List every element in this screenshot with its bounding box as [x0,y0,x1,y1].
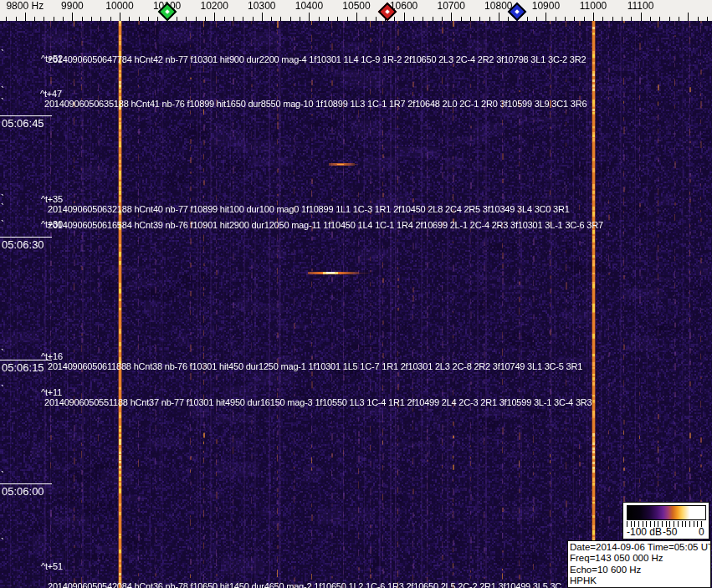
ruler-minor-tick [100,17,101,21]
ruler-minor-tick [659,17,660,21]
ruler-minor-tick [565,17,566,21]
left-edge-tick: ` [1,351,4,356]
ruler-freq-label: 11100 [627,0,654,12]
ruler-major-tick [214,13,215,21]
ruler-minor-tick [110,17,111,21]
left-edge-tick: ` [1,206,4,211]
ruler-minor-tick [527,17,528,21]
ruler-freq-label: 10300 [248,0,275,12]
ruler-major-tick [499,13,499,21]
ruler-minor-tick [91,17,92,21]
left-edge-tick: ` [1,197,4,202]
info-date-line: Date=2014-09-06 Time=05:05 UTC [570,542,710,553]
left-edge-tick: ` [1,222,4,228]
ruler-freq-label: 10400 [295,0,323,12]
db-gradient-bar [627,505,706,520]
ruler-minor-tick [129,17,130,21]
ruler-major-tick [688,13,689,21]
ruler-minor-tick [148,17,149,21]
ruler-minor-tick [470,17,471,21]
ruler-major-tick [451,13,452,21]
ruler-minor-tick [612,17,613,21]
ruler-major-tick [546,13,546,21]
ruler-freq-label: 9900 [61,0,84,12]
ruler-minor-tick [280,17,281,21]
ruler-minor-tick [290,17,291,21]
event-time-tag: ^t+47 [40,89,62,99]
ruler-minor-tick [413,17,414,21]
ruler-minor-tick [233,17,234,21]
ruler-freq-label: 10700 [438,0,465,12]
ruler-major-tick [120,13,120,21]
ruler-minor-tick [6,17,7,21]
ruler-minor-tick [489,17,490,21]
ruler-minor-tick [556,17,556,21]
ruler-minor-tick [622,17,622,21]
ruler-minor-tick [433,17,433,21]
db-label-mid: -50 [663,526,677,538]
ruler-freq-label: 10900 [532,0,560,12]
ruler-freq-label: 10500 [342,0,370,12]
ruler-minor-tick [63,17,64,21]
ruler-minor-tick [479,17,480,21]
ruler-minor-tick [328,17,329,21]
ruler-minor-tick [347,17,348,21]
ruler-minor-tick [442,17,443,21]
ruler-minor-tick [243,17,243,21]
left-edge-tick: ` [1,540,4,545]
left-edge-tick: ` [1,473,4,478]
time-label: 05:06:30 [2,238,44,251]
ruler-major-tick [309,13,310,21]
ruler-major-tick [404,13,405,21]
time-label: 05:06:00 [2,485,44,498]
ruler-minor-tick [186,17,187,21]
ruler-minor-tick [698,17,699,21]
ruler-minor-tick [224,17,225,21]
left-edge-tick: ` [1,89,4,94]
spectrogram-app: 9800 Hz990010000101001020010300104001050… [0,0,712,588]
time-gridline [0,115,52,116]
event-time-tag: ^t+51 [41,561,63,571]
ruler-minor-tick [205,17,206,21]
ruler-freq-label: 11000 [580,0,607,12]
event-detail-text: 20140906050632188 hCnt40 nb-77 f10899 hi… [48,204,570,214]
event-detail-text: 20140906050551188 hCnt37 nb-77 f10301 hi… [44,397,592,407]
ruler-minor-tick [461,17,462,21]
ruler-minor-tick [177,17,177,21]
ruler-minor-tick [574,17,575,21]
left-edge-tick: ` [1,100,4,105]
ruler-minor-tick [82,17,83,21]
ruler-minor-tick [536,17,537,21]
ruler-major-tick [641,13,642,21]
ruler-minor-tick [423,17,423,21]
ruler-minor-tick [54,17,54,21]
event-detail-text: 20140906050611888 hCnt38 nb-76 f10301 hi… [48,361,582,371]
ruler-freq-label: 9800 Hz [6,0,44,12]
event-detail-text: 20140906050635188 hCnt41 nb-76 f10899 hi… [44,99,587,109]
ruler-minor-tick [669,17,670,21]
ruler-major-tick [593,13,594,21]
ruler-minor-tick [366,17,366,21]
ruler-minor-tick [139,17,140,21]
ruler-minor-tick [319,17,320,21]
event-detail-text: 20140906050647784 hCnt42 nb-77 f10301 hi… [48,54,586,64]
marker-center-dot [385,9,390,14]
marker-center-dot [515,9,520,14]
ruler-minor-tick [300,17,300,21]
ruler-minor-tick [650,17,651,21]
ruler-minor-tick [34,17,35,21]
event-time-tag: ^t+35 [41,194,63,204]
ruler-minor-tick [707,17,708,21]
ruler-major-tick [25,13,26,21]
ruler-minor-tick [16,17,17,21]
ruler-minor-tick [508,17,509,21]
ruler-minor-tick [631,17,632,21]
event-detail-text: 20140906050616584 hCnt39 nb-76 f10901 hi… [48,220,603,230]
ruler-minor-tick [196,17,197,21]
db-label-max: 0 [699,526,704,538]
ruler-minor-tick [44,17,44,21]
event-detail-text: 20140906050542084 hCnt36 nb-78 f10650 hi… [48,581,561,588]
event-time-tag: ^t+11 [41,387,62,397]
frequency-ruler[interactable]: 9800 Hz990010000101001020010300104001050… [0,0,712,21]
time-gridline [0,483,52,484]
